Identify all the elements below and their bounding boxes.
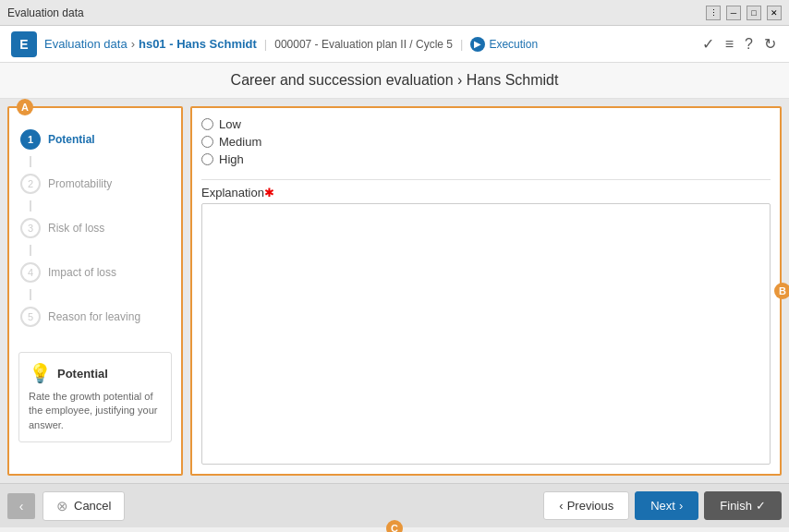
help-icon-btn[interactable]: ? (743, 34, 755, 54)
step-label-1: Potential (48, 133, 95, 146)
title-bar-title: Evaluation data (7, 6, 84, 19)
refresh-icon-btn[interactable]: ↻ (762, 33, 778, 54)
label-c: C (386, 520, 403, 532)
title-bar-left: Evaluation data (7, 6, 84, 19)
step-label-2: Promotability (48, 177, 112, 190)
step-connector-1 (30, 156, 31, 167)
finish-button[interactable]: Finish ✓ (704, 491, 782, 520)
finish-label: Finish (720, 499, 752, 513)
breadcrumb-plan: 000007 - Evaluation plan II / Cycle 5 (274, 38, 453, 51)
app-icon: E (11, 31, 37, 57)
page-title-bar: Career and succession evaluation › Hans … (0, 63, 789, 99)
list-icon-btn[interactable]: ≡ (723, 34, 735, 54)
required-star: ✱ (264, 186, 274, 200)
step-circle-2: 2 (20, 174, 41, 194)
label-b: B (774, 283, 789, 299)
step-circle-4: 4 (20, 262, 41, 283)
bulb-icon: 💡 (29, 362, 52, 384)
breadcrumb-pipe2: | (460, 37, 463, 51)
page-title: Career and succession evaluation › Hans … (231, 72, 559, 88)
radio-label-medium: Medium (219, 135, 261, 149)
main-content: A 1 Potential 2 Promotability 3 Risk of … (0, 99, 789, 483)
explanation-label: Explanation✱ (201, 186, 771, 200)
step-item-5[interactable]: 5 Reason for leaving (9, 300, 181, 333)
step-connector-2 (30, 200, 31, 212)
step-list: 1 Potential 2 Promotability 3 Risk of lo… (9, 115, 181, 341)
radio-label-high: High (219, 152, 244, 166)
step-item-4[interactable]: 4 Impact of loss (9, 256, 181, 289)
chevron-left-icon: ‹ (559, 499, 563, 513)
step-connector-4 (30, 289, 31, 300)
breadcrumb: Evaluation data › hs01 - Hans Schmidt | … (44, 37, 538, 52)
chevron-right-icon: › (679, 499, 683, 513)
footer-right: ‹ Previous Next › Finish ✓ (543, 491, 782, 520)
radio-input-high[interactable] (201, 153, 213, 165)
footer-left: ‹ (7, 493, 35, 519)
execution-label: Execution (489, 38, 538, 51)
cancel-button[interactable]: ⊗ Cancel (42, 491, 125, 521)
cancel-x-icon: ⊗ (56, 498, 68, 514)
execution-play-icon: ▶ (470, 37, 485, 52)
previous-label: Previous (567, 499, 614, 513)
cancel-label: Cancel (74, 499, 111, 513)
execution-badge: ▶ Execution (470, 37, 538, 52)
maximize-btn[interactable]: □ (747, 6, 761, 20)
step-item-1[interactable]: 1 Potential (9, 123, 181, 156)
previous-button[interactable]: ‹ Previous (543, 491, 629, 520)
breadcrumb-current: hs01 - Hans Schmidt (139, 37, 257, 51)
radio-group: Low Medium High (201, 117, 771, 166)
left-panel: A 1 Potential 2 Promotability 3 Risk of … (7, 106, 183, 476)
finish-checkmark-icon: ✓ (756, 499, 766, 513)
collapse-sidebar-button[interactable]: ‹ (7, 493, 35, 519)
step-label-3: Risk of loss (48, 222, 104, 235)
radio-high[interactable]: High (201, 152, 771, 166)
step-label-5: Reason for leaving (48, 310, 140, 323)
radio-input-medium[interactable] (201, 136, 213, 148)
step-connector-3 (30, 245, 31, 256)
close-btn[interactable]: ✕ (767, 6, 782, 20)
menu-icon-btn[interactable]: ⋮ (706, 6, 721, 20)
header-actions: ✓ ≡ ? ↻ (700, 33, 778, 54)
step-circle-1: 1 (20, 129, 41, 150)
radio-label-low: Low (219, 117, 241, 131)
hint-box-header: 💡 Potential (29, 362, 162, 384)
title-bar-controls: ⋮ ─ □ ✕ (706, 6, 782, 20)
hint-box: 💡 Potential Rate the growth potential of… (18, 352, 172, 442)
hint-title: Potential (57, 367, 108, 381)
next-button[interactable]: Next › (635, 491, 698, 520)
radio-low[interactable]: Low (201, 117, 771, 131)
step-item-3[interactable]: 3 Risk of loss (9, 212, 181, 245)
right-panel: B Low Medium High Explanation✱ (190, 106, 782, 476)
radio-medium[interactable]: Medium (201, 135, 771, 149)
step-label-4: Impact of loss (48, 266, 116, 279)
title-bar: Evaluation data ⋮ ─ □ ✕ (0, 0, 789, 26)
checkmark-icon-btn[interactable]: ✓ (700, 33, 716, 54)
radio-input-low[interactable] (201, 118, 213, 130)
explanation-textarea[interactable] (201, 203, 771, 465)
footer-bar: ‹ ⊗ Cancel ‹ Previous Next › Finish ✓ C (0, 483, 789, 527)
label-a: A (17, 99, 33, 115)
minimize-btn[interactable]: ─ (726, 6, 741, 20)
breadcrumb-sep1: › (131, 37, 135, 51)
next-label: Next (650, 499, 675, 513)
step-item-2[interactable]: 2 Promotability (9, 167, 181, 200)
header-bar: E Evaluation data › hs01 - Hans Schmidt … (0, 26, 789, 63)
breadcrumb-root[interactable]: Evaluation data (44, 37, 127, 51)
step-circle-5: 5 (20, 307, 41, 327)
breadcrumb-pipe: | (264, 37, 267, 51)
divider-line (201, 179, 771, 180)
hint-text: Rate the growth potential of the employe… (29, 390, 162, 432)
step-circle-3: 3 (20, 218, 41, 238)
